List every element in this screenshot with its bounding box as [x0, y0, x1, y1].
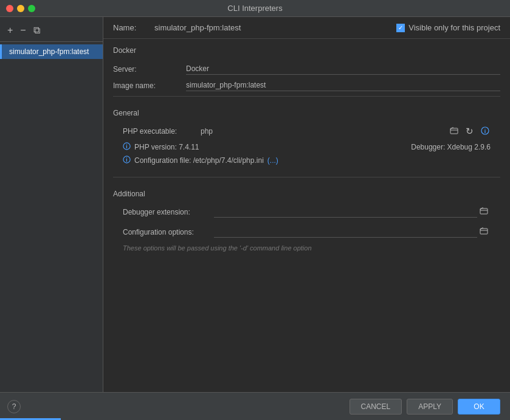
- server-label: Server:: [113, 65, 186, 74]
- svg-rect-0: [450, 128, 458, 134]
- content-panel: Name: simulator_php-fpm:latest ✓ Visible…: [103, 17, 510, 392]
- svg-text:i: i: [126, 143, 127, 150]
- php-exec-value: php: [201, 127, 444, 136]
- config-info-icon: i: [123, 156, 131, 165]
- info-php-button[interactable]: i: [480, 125, 491, 138]
- help-button[interactable]: ?: [7, 400, 21, 413]
- title-bar: CLI Interpreters: [0, 0, 510, 17]
- copy-interpreter-button[interactable]: ⧉: [31, 24, 43, 36]
- refresh-php-button[interactable]: ↻: [464, 125, 475, 138]
- checkbox-icon[interactable]: ✓: [396, 24, 405, 32]
- svg-text:i: i: [126, 157, 127, 163]
- config-file-row: i Configuration file: /etc/php/7.4/cli/p…: [103, 154, 510, 167]
- debugger-text: Debugger: Xdebug 2.9.6: [411, 143, 491, 151]
- config-file-link[interactable]: (...): [267, 156, 278, 165]
- sidebar-toolbar: + − ⧉: [0, 22, 103, 42]
- additional-section: Additional Debugger extension: Configura…: [103, 182, 510, 258]
- maximize-button[interactable]: [28, 5, 35, 12]
- svg-text:i: i: [484, 128, 486, 134]
- sidebar: + − ⧉ simulator_php-fpm:latest: [0, 17, 103, 392]
- version-info-icon: i: [123, 142, 131, 152]
- ok-button[interactable]: OK: [458, 399, 500, 415]
- debugger-ext-label: Debugger extension:: [123, 208, 214, 216]
- additional-section-title: Additional: [103, 187, 510, 203]
- php-exec-row: PHP executable: php ↻ i: [103, 122, 510, 140]
- debugger-ext-input[interactable]: [214, 206, 477, 218]
- name-value: simulator_php-fpm:latest: [154, 23, 391, 32]
- traffic-lights: [6, 5, 35, 12]
- browse-php-button[interactable]: [449, 125, 460, 138]
- config-options-row: Configuration options:: [103, 223, 510, 241]
- config-options-input[interactable]: [214, 226, 477, 238]
- image-name-row: Image name: simulator_php-fpm:latest: [103, 80, 510, 91]
- cancel-button[interactable]: CANCEL: [350, 399, 402, 415]
- close-button[interactable]: [6, 5, 13, 12]
- config-options-hint: These options will be passed using the '…: [103, 243, 510, 253]
- config-options-label: Configuration options:: [123, 228, 214, 236]
- visible-label: Visible only for this project: [408, 23, 500, 32]
- general-section-title: General: [103, 106, 510, 122]
- server-row: Server: Docker: [103, 63, 510, 75]
- image-name-value: simulator_php-fpm:latest: [186, 80, 500, 91]
- general-section: General PHP executable: php ↻ i: [103, 102, 510, 172]
- docker-section-title: Docker: [113, 46, 500, 55]
- add-interpreter-button[interactable]: +: [5, 24, 15, 36]
- main-layout: + − ⧉ simulator_php-fpm:latest Name: sim…: [0, 17, 510, 392]
- config-options-browse-button[interactable]: [477, 225, 491, 238]
- image-name-label: Image name:: [113, 81, 186, 90]
- php-version-text: PHP version: 7.4.11: [134, 143, 199, 151]
- visible-checkbox[interactable]: ✓ Visible only for this project: [396, 23, 500, 32]
- checkmark-icon: ✓: [398, 24, 403, 31]
- config-file-text: Configuration file: /etc/php/7.4/cli/php…: [134, 156, 264, 165]
- apply-button[interactable]: APPLY: [407, 399, 453, 415]
- php-version-row: i PHP version: 7.4.11 Debugger: Xdebug 2…: [103, 140, 510, 154]
- debugger-ext-row: Debugger extension:: [103, 203, 510, 221]
- svg-rect-7: [480, 208, 488, 214]
- server-value: Docker: [186, 63, 500, 75]
- php-exec-label: PHP executable:: [123, 127, 196, 136]
- sidebar-item-label: simulator_php-fpm:latest: [9, 47, 89, 56]
- name-row: Name: simulator_php-fpm:latest ✓ Visible…: [103, 17, 510, 39]
- sidebar-item-interpreter[interactable]: simulator_php-fpm:latest: [0, 44, 103, 59]
- minimize-button[interactable]: [17, 5, 24, 12]
- docker-section: Docker Server: Docker Image name: simula…: [103, 39, 510, 91]
- debugger-ext-browse-button[interactable]: [477, 205, 491, 218]
- svg-rect-8: [480, 229, 488, 234]
- remove-interpreter-button[interactable]: −: [18, 24, 28, 36]
- window-title: CLI Interpreters: [227, 4, 282, 13]
- name-label: Name:: [113, 23, 150, 32]
- bottom-bar: ? CANCEL APPLY OK: [0, 392, 510, 420]
